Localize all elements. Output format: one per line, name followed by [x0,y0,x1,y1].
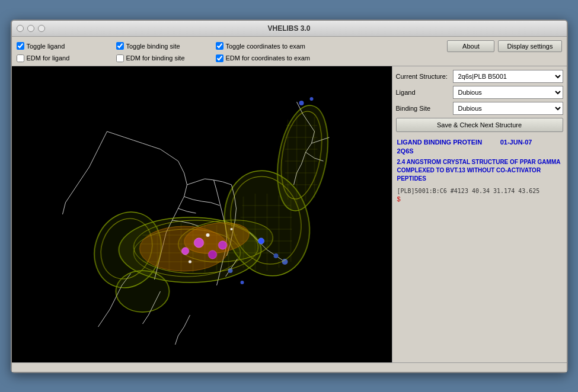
info-coords: [PLB]5001:B:C6 #4123 40.34 31.174 43.625 [397,188,562,194]
edm-coords-label: EDM for coordinates to exam [226,54,310,62]
sidebar: Current Structure: 2q6s|PLB B5001 Ligand… [392,66,567,362]
maximize-button[interactable] [38,25,45,32]
svg-point-137 [181,248,189,255]
viewport[interactable] [12,66,392,362]
edm-coords-item: EDM for coordinates to exam [216,54,311,62]
edm-binding-item: EDM for binding site [116,54,211,62]
svg-point-136 [218,241,226,249]
toggle-coords-label: Toggle coordinates to exam [226,43,306,50]
svg-rect-0 [12,66,391,362]
minimize-button[interactable] [27,25,34,32]
svg-point-142 [189,260,191,263]
main-window: VHELIBS 3.0 Toggle ligand Toggle binding… [11,20,568,373]
toggle-ligand-item: Toggle ligand [17,42,111,50]
svg-point-75 [240,281,244,284]
sidebar-controls: Current Structure: 2q6s|PLB B5001 Ligand… [396,70,563,132]
toolbar-row-1: Toggle ligand Toggle binding site Toggle… [17,40,562,52]
info-dollar: $ [397,195,562,203]
status-bar [12,362,567,372]
toggle-coords-item: Toggle coordinates to exam [216,42,311,50]
ligand-select[interactable]: Dubious Correct Incorrect [453,86,563,99]
toggle-binding-label: Toggle binding site [126,43,180,50]
svg-point-141 [230,228,232,230]
toolbar-buttons: About Display settings [447,40,561,52]
svg-point-100 [116,271,169,312]
svg-point-138 [208,250,216,259]
current-structure-select[interactable]: 2q6s|PLB B5001 [453,70,563,83]
toolbar-row-2: EDM for ligand EDM for binding site EDM … [17,54,562,62]
toolbar: Toggle ligand Toggle binding site Toggle… [12,37,567,66]
edm-ligand-label: EDM for ligand [27,54,70,62]
about-button[interactable]: About [447,40,494,52]
edm-ligand-item: EDM for ligand [17,54,111,62]
svg-point-69 [309,97,313,101]
info-title: LIGAND BINDING PROTEIN 01-JUN-07 2Q6S [397,138,562,156]
toggle-coords-checkbox[interactable] [216,42,223,50]
display-settings-button[interactable]: Display settings [498,40,561,52]
svg-point-135 [194,238,203,248]
edm-binding-label: EDM for binding site [126,54,185,62]
title-bar: VHELIBS 3.0 [12,21,567,37]
current-structure-row: Current Structure: 2q6s|PLB B5001 [396,70,563,83]
window-controls [17,25,45,32]
edm-coords-checkbox[interactable] [216,54,223,62]
check-next-button[interactable]: Save & Check Next Structure [396,118,563,132]
toggle-ligand-label: Toggle ligand [27,43,65,50]
window-title: VHELIBS 3.0 [267,24,310,33]
toggle-binding-item: Toggle binding site [116,42,211,50]
info-panel: LIGAND BINDING PROTEIN 01-JUN-07 2Q6S 2.… [396,136,563,359]
close-button[interactable] [17,25,24,32]
binding-site-select[interactable]: Dubious Correct Incorrect [453,102,563,115]
svg-point-140 [206,233,209,237]
edm-binding-checkbox[interactable] [116,54,124,62]
ligand-label: Ligand [396,89,449,96]
main-content: Current Structure: 2q6s|PLB B5001 Ligand… [12,66,567,362]
molecule-view [12,66,392,362]
info-line1: LIGAND BINDING PROTEIN [397,139,483,146]
ligand-row: Ligand Dubious Correct Incorrect [396,86,563,99]
edm-ligand-checkbox[interactable] [17,54,24,62]
info-date: 01-JUN-07 [500,139,532,146]
binding-site-row: Binding Site Dubious Correct Incorrect [396,102,563,115]
info-description: 2.4 ANGSTROM CRYSTAL STRUCTURE OF PPAR G… [397,158,562,183]
current-structure-label: Current Structure: [396,73,449,80]
binding-site-label: Binding Site [396,105,449,112]
info-line2: 2Q6S [397,147,414,155]
svg-point-139 [258,238,264,244]
toggle-ligand-checkbox[interactable] [17,42,24,50]
toggle-binding-checkbox[interactable] [116,42,124,50]
svg-point-68 [299,101,304,105]
